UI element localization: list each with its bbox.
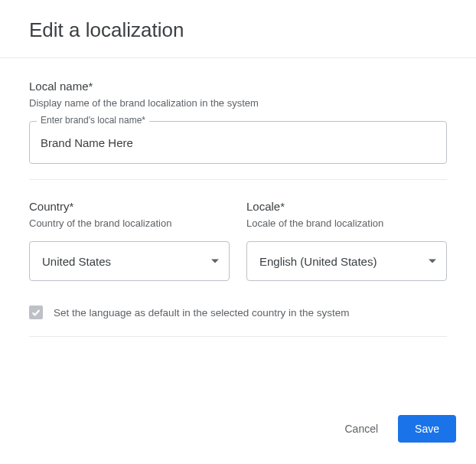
country-label: Country*	[29, 200, 230, 213]
cancel-button[interactable]: Cancel	[338, 417, 384, 441]
country-select[interactable]: United States	[29, 241, 230, 281]
save-button[interactable]: Save	[398, 415, 456, 443]
local-name-help: Display name of the brand localization i…	[29, 97, 447, 109]
local-name-section: Local name* Display name of the brand lo…	[29, 80, 447, 164]
country-select-value: United States	[42, 255, 111, 268]
local-name-field-wrap: Enter brand's local name*	[29, 121, 447, 164]
locale-select[interactable]: English (United States)	[246, 241, 447, 281]
dialog-header: Edit a localization	[0, 0, 476, 57]
country-section: Country* Country of the brand localizati…	[29, 200, 230, 281]
default-language-checkbox[interactable]	[29, 306, 43, 319]
country-select-wrap: United States	[29, 241, 230, 281]
dialog-footer: Cancel Save	[0, 400, 476, 464]
dialog-content: Local name* Display name of the brand lo…	[0, 58, 476, 400]
section-divider	[29, 336, 447, 337]
section-divider	[29, 179, 447, 180]
locale-label: Locale*	[246, 200, 447, 213]
caret-down-icon	[211, 260, 219, 263]
checkmark-icon	[31, 307, 41, 318]
locale-select-value: English (United States)	[259, 255, 377, 268]
local-name-label: Local name*	[29, 80, 447, 93]
local-name-float-label: Enter brand's local name*	[37, 115, 149, 126]
dialog-title: Edit a localization	[29, 18, 447, 42]
caret-down-icon	[429, 260, 436, 263]
country-locale-row: Country* Country of the brand localizati…	[29, 200, 447, 281]
locale-select-wrap: English (United States)	[246, 241, 447, 281]
default-language-row: Set the language as default in the selec…	[29, 306, 447, 319]
country-help: Country of the brand localization	[29, 217, 230, 229]
edit-localization-dialog: Edit a localization Local name* Display …	[0, 0, 476, 464]
default-language-label: Set the language as default in the selec…	[54, 307, 350, 319]
locale-help: Locale of the brand localization	[246, 217, 447, 229]
local-name-input[interactable]	[29, 121, 447, 164]
locale-section: Locale* Locale of the brand localization…	[246, 200, 447, 281]
